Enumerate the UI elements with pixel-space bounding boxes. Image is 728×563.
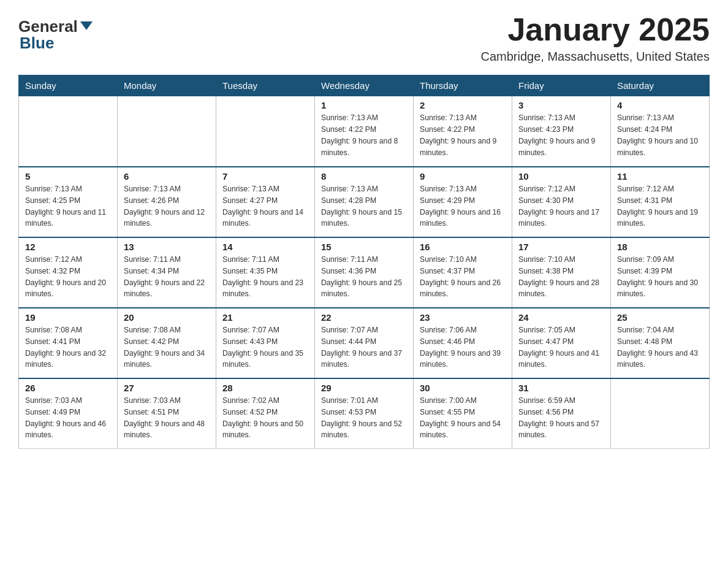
calendar-week-row: 1Sunrise: 7:13 AMSunset: 4:22 PMDaylight…: [19, 96, 710, 167]
calendar-cell: 6Sunrise: 7:13 AMSunset: 4:26 PMDaylight…: [118, 167, 216, 237]
weekday-header-saturday: Saturday: [611, 75, 710, 96]
calendar-cell: 13Sunrise: 7:11 AMSunset: 4:34 PMDayligh…: [118, 237, 216, 308]
day-info: Sunrise: 7:03 AMSunset: 4:51 PMDaylight:…: [124, 395, 210, 442]
day-number: 7: [222, 171, 308, 182]
day-number: 15: [321, 242, 407, 252]
calendar-cell: 24Sunrise: 7:05 AMSunset: 4:47 PMDayligh…: [512, 308, 611, 378]
day-number: 19: [25, 312, 111, 323]
calendar-week-row: 19Sunrise: 7:08 AMSunset: 4:41 PMDayligh…: [19, 308, 710, 378]
calendar-cell: 18Sunrise: 7:09 AMSunset: 4:39 PMDayligh…: [611, 237, 710, 308]
logo-blue-text: Blue: [20, 34, 54, 53]
day-info: Sunrise: 7:10 AMSunset: 4:38 PMDaylight:…: [518, 254, 604, 301]
day-info: Sunrise: 7:11 AMSunset: 4:35 PMDaylight:…: [222, 254, 308, 301]
calendar-week-row: 26Sunrise: 7:03 AMSunset: 4:49 PMDayligh…: [19, 378, 710, 449]
day-info: Sunrise: 7:01 AMSunset: 4:53 PMDaylight:…: [321, 395, 407, 442]
calendar-cell: 26Sunrise: 7:03 AMSunset: 4:49 PMDayligh…: [19, 378, 118, 449]
location-title: Cambridge, Massachusetts, United States: [480, 50, 710, 64]
day-number: 24: [518, 312, 604, 323]
day-info: Sunrise: 6:59 AMSunset: 4:56 PMDaylight:…: [518, 395, 604, 442]
day-number: 10: [518, 171, 604, 182]
day-info: Sunrise: 7:13 AMSunset: 4:25 PMDaylight:…: [25, 183, 111, 230]
day-info: Sunrise: 7:06 AMSunset: 4:46 PMDaylight:…: [420, 324, 506, 371]
day-info: Sunrise: 7:13 AMSunset: 4:26 PMDaylight:…: [124, 183, 210, 230]
calendar-cell: 4Sunrise: 7:13 AMSunset: 4:24 PMDaylight…: [611, 96, 710, 167]
day-info: Sunrise: 7:04 AMSunset: 4:48 PMDaylight:…: [617, 324, 703, 371]
calendar-header-row: SundayMondayTuesdayWednesdayThursdayFrid…: [19, 75, 710, 96]
day-info: Sunrise: 7:11 AMSunset: 4:36 PMDaylight:…: [321, 254, 407, 301]
day-info: Sunrise: 7:12 AMSunset: 4:32 PMDaylight:…: [25, 254, 111, 301]
page-header: General Blue January 2025 Cambridge, Mas…: [18, 12, 710, 64]
day-number: 20: [124, 312, 210, 323]
day-number: 9: [420, 171, 506, 182]
title-block: January 2025 Cambridge, Massachusetts, U…: [480, 12, 710, 64]
day-number: 21: [222, 312, 308, 323]
calendar-cell: 28Sunrise: 7:02 AMSunset: 4:52 PMDayligh…: [216, 378, 315, 449]
calendar-cell: 17Sunrise: 7:10 AMSunset: 4:38 PMDayligh…: [512, 237, 611, 308]
day-number: 29: [321, 383, 407, 393]
day-info: Sunrise: 7:10 AMSunset: 4:37 PMDaylight:…: [420, 254, 506, 301]
day-info: Sunrise: 7:13 AMSunset: 4:29 PMDaylight:…: [420, 183, 506, 230]
day-info: Sunrise: 7:08 AMSunset: 4:42 PMDaylight:…: [124, 324, 210, 371]
weekday-header-sunday: Sunday: [19, 75, 118, 96]
logo: General Blue: [18, 12, 93, 53]
calendar-cell: 2Sunrise: 7:13 AMSunset: 4:22 PMDaylight…: [414, 96, 512, 167]
weekday-header-monday: Monday: [118, 75, 216, 96]
calendar-cell: 9Sunrise: 7:13 AMSunset: 4:29 PMDaylight…: [414, 167, 512, 237]
calendar-cell: 3Sunrise: 7:13 AMSunset: 4:23 PMDaylight…: [512, 96, 611, 167]
day-number: 6: [124, 171, 210, 182]
day-number: 3: [518, 100, 604, 110]
day-info: Sunrise: 7:13 AMSunset: 4:28 PMDaylight:…: [321, 183, 407, 230]
calendar-cell: 11Sunrise: 7:12 AMSunset: 4:31 PMDayligh…: [611, 167, 710, 237]
calendar-table: SundayMondayTuesdayWednesdayThursdayFrid…: [18, 75, 710, 449]
weekday-header-thursday: Thursday: [414, 75, 512, 96]
day-number: 16: [420, 242, 506, 252]
day-number: 11: [617, 171, 703, 182]
weekday-header-wednesday: Wednesday: [315, 75, 414, 96]
day-info: Sunrise: 7:12 AMSunset: 4:30 PMDaylight:…: [518, 183, 604, 230]
calendar-cell: 21Sunrise: 7:07 AMSunset: 4:43 PMDayligh…: [216, 308, 315, 378]
calendar-cell: 30Sunrise: 7:00 AMSunset: 4:55 PMDayligh…: [414, 378, 512, 449]
weekday-header-friday: Friday: [512, 75, 611, 96]
day-info: Sunrise: 7:07 AMSunset: 4:44 PMDaylight:…: [321, 324, 407, 371]
calendar-cell: 20Sunrise: 7:08 AMSunset: 4:42 PMDayligh…: [118, 308, 216, 378]
day-info: Sunrise: 7:02 AMSunset: 4:52 PMDaylight:…: [222, 395, 308, 442]
day-number: 22: [321, 312, 407, 323]
day-number: 25: [617, 312, 703, 323]
calendar-cell: [118, 96, 216, 167]
weekday-header-tuesday: Tuesday: [216, 75, 315, 96]
calendar-cell: 12Sunrise: 7:12 AMSunset: 4:32 PMDayligh…: [19, 237, 118, 308]
day-number: 17: [518, 242, 604, 252]
day-info: Sunrise: 7:13 AMSunset: 4:24 PMDaylight:…: [617, 112, 703, 159]
day-number: 5: [25, 171, 111, 182]
calendar-cell: 23Sunrise: 7:06 AMSunset: 4:46 PMDayligh…: [414, 308, 512, 378]
day-number: 23: [420, 312, 506, 323]
day-info: Sunrise: 7:00 AMSunset: 4:55 PMDaylight:…: [420, 395, 506, 442]
calendar-cell: [216, 96, 315, 167]
day-info: Sunrise: 7:09 AMSunset: 4:39 PMDaylight:…: [617, 254, 703, 301]
calendar-cell: 8Sunrise: 7:13 AMSunset: 4:28 PMDaylight…: [315, 167, 414, 237]
day-info: Sunrise: 7:08 AMSunset: 4:41 PMDaylight:…: [25, 324, 111, 371]
day-info: Sunrise: 7:13 AMSunset: 4:22 PMDaylight:…: [321, 112, 407, 159]
calendar-cell: 14Sunrise: 7:11 AMSunset: 4:35 PMDayligh…: [216, 237, 315, 308]
calendar-cell: 19Sunrise: 7:08 AMSunset: 4:41 PMDayligh…: [19, 308, 118, 378]
day-number: 26: [25, 383, 111, 393]
calendar-cell: 29Sunrise: 7:01 AMSunset: 4:53 PMDayligh…: [315, 378, 414, 449]
day-number: 2: [420, 100, 506, 110]
calendar-cell: 22Sunrise: 7:07 AMSunset: 4:44 PMDayligh…: [315, 308, 414, 378]
calendar-cell: 25Sunrise: 7:04 AMSunset: 4:48 PMDayligh…: [611, 308, 710, 378]
calendar-cell: 27Sunrise: 7:03 AMSunset: 4:51 PMDayligh…: [118, 378, 216, 449]
day-info: Sunrise: 7:07 AMSunset: 4:43 PMDaylight:…: [222, 324, 308, 371]
day-number: 13: [124, 242, 210, 252]
logo-arrow-icon: [80, 21, 93, 30]
day-number: 18: [617, 242, 703, 252]
calendar-cell: 1Sunrise: 7:13 AMSunset: 4:22 PMDaylight…: [315, 96, 414, 167]
day-info: Sunrise: 7:13 AMSunset: 4:22 PMDaylight:…: [420, 112, 506, 159]
day-number: 31: [518, 383, 604, 393]
calendar-cell: [611, 378, 710, 449]
day-number: 1: [321, 100, 407, 110]
day-number: 27: [124, 383, 210, 393]
day-number: 14: [222, 242, 308, 252]
calendar-cell: 16Sunrise: 7:10 AMSunset: 4:37 PMDayligh…: [414, 237, 512, 308]
calendar-cell: 5Sunrise: 7:13 AMSunset: 4:25 PMDaylight…: [19, 167, 118, 237]
day-number: 30: [420, 383, 506, 393]
